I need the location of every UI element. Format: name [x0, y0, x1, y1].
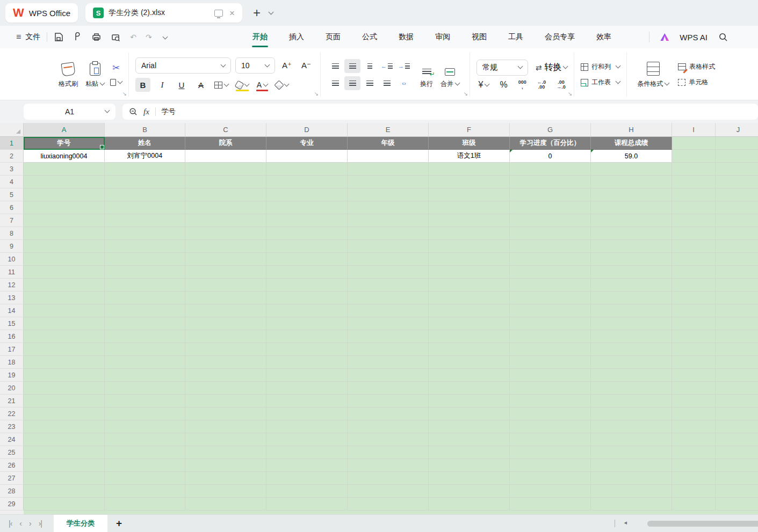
- cell-A14[interactable]: [24, 304, 105, 317]
- cell-F29[interactable]: [429, 498, 510, 511]
- cell-D4[interactable]: [266, 176, 348, 188]
- conditional-format-button[interactable]: 条件格式: [633, 60, 673, 90]
- cell-I12[interactable]: [672, 279, 716, 291]
- cell-G4[interactable]: [510, 176, 591, 188]
- row-header-15[interactable]: 15: [0, 317, 24, 330]
- cell-D16[interactable]: [266, 330, 348, 343]
- next-sheet-icon[interactable]: ›: [29, 519, 31, 528]
- cell-E28[interactable]: [348, 485, 429, 498]
- cell-J28[interactable]: [716, 485, 758, 498]
- cell-E12[interactable]: [348, 279, 429, 291]
- hamburger-menu-icon[interactable]: ≡: [16, 32, 21, 42]
- cell-J8[interactable]: [716, 227, 758, 240]
- cell-G18[interactable]: [510, 356, 591, 369]
- row-header-11[interactable]: 11: [0, 266, 24, 279]
- cell-B5[interactable]: [105, 188, 185, 201]
- cell-C27[interactable]: [185, 472, 266, 485]
- text-orientation-button[interactable]: ‹›: [396, 76, 412, 90]
- cell-C19[interactable]: [185, 369, 266, 382]
- column-header-I[interactable]: I: [672, 123, 716, 137]
- cell-E29[interactable]: [348, 498, 429, 511]
- group-expand-icon[interactable]: ↘: [314, 91, 319, 97]
- cell-I9[interactable]: [672, 240, 716, 253]
- column-header-C[interactable]: C: [185, 123, 266, 137]
- cell-E6[interactable]: [348, 201, 429, 214]
- column-header-G[interactable]: G: [510, 123, 591, 137]
- group-expand-icon[interactable]: ↘: [568, 91, 572, 97]
- cell-A10[interactable]: [24, 253, 105, 266]
- cell-J21[interactable]: [716, 395, 758, 407]
- row-header-5[interactable]: 5: [0, 188, 24, 201]
- cell-A2[interactable]: liuxiaoning0004: [24, 150, 105, 163]
- save-icon[interactable]: [54, 32, 63, 42]
- cell-F1[interactable]: 班级: [429, 137, 510, 150]
- cell-G23[interactable]: [510, 420, 591, 433]
- cell-J19[interactable]: [716, 369, 758, 382]
- cell-B11[interactable]: [105, 266, 185, 279]
- cell-H16[interactable]: [591, 330, 672, 343]
- row-header-29[interactable]: 29: [0, 498, 24, 511]
- cell-H28[interactable]: [591, 485, 672, 498]
- cell-B10[interactable]: [105, 253, 185, 266]
- cell-D20[interactable]: [266, 382, 348, 395]
- cell-D8[interactable]: [266, 227, 348, 240]
- cell-J11[interactable]: [716, 266, 758, 279]
- search-icon[interactable]: [718, 32, 728, 42]
- row-header-28[interactable]: 28: [0, 485, 24, 498]
- cell-C24[interactable]: [185, 433, 266, 446]
- cell-H12[interactable]: [591, 279, 672, 291]
- cell-D15[interactable]: [266, 317, 348, 330]
- cell-E25[interactable]: [348, 446, 429, 459]
- cell-G15[interactable]: [510, 317, 591, 330]
- cell-G14[interactable]: [510, 304, 591, 317]
- cell-J22[interactable]: [716, 407, 758, 420]
- row-header-9[interactable]: 9: [0, 240, 24, 253]
- cell-A18[interactable]: [24, 356, 105, 369]
- cell-I5[interactable]: [672, 188, 716, 201]
- cell-J27[interactable]: [716, 472, 758, 485]
- cell-J13[interactable]: [716, 291, 758, 304]
- cell-G3[interactable]: [510, 163, 591, 176]
- cell-B12[interactable]: [105, 279, 185, 291]
- cell-G8[interactable]: [510, 227, 591, 240]
- row-header-20[interactable]: 20: [0, 382, 24, 395]
- file-menu[interactable]: 文件: [25, 32, 40, 42]
- cell-C5[interactable]: [185, 188, 266, 201]
- cell-B8[interactable]: [105, 227, 185, 240]
- cell-E15[interactable]: [348, 317, 429, 330]
- cell-B1[interactable]: 姓名: [105, 137, 185, 150]
- cell-C2[interactable]: [185, 150, 266, 163]
- column-header-B[interactable]: B: [105, 123, 185, 137]
- font-size-select[interactable]: 10: [235, 57, 275, 74]
- cell-G1[interactable]: 学习进度（百分比）: [510, 137, 591, 150]
- cell-G6[interactable]: [510, 201, 591, 214]
- cell-A25[interactable]: [24, 446, 105, 459]
- cell-B24[interactable]: [105, 433, 185, 446]
- cell-B23[interactable]: [105, 420, 185, 433]
- cell-E14[interactable]: [348, 304, 429, 317]
- cell-D1[interactable]: 专业: [266, 137, 348, 150]
- cell-H7[interactable]: [591, 214, 672, 227]
- increase-font-button[interactable]: A⁺: [279, 59, 294, 72]
- cell-C29[interactable]: [185, 498, 266, 511]
- cell-G9[interactable]: [510, 240, 591, 253]
- italic-button[interactable]: I: [155, 78, 170, 92]
- cell-C12[interactable]: [185, 279, 266, 291]
- row-header-22[interactable]: 22: [0, 407, 24, 420]
- cell-A29[interactable]: [24, 498, 105, 511]
- cell-B28[interactable]: [105, 485, 185, 498]
- row-header-26[interactable]: 26: [0, 459, 24, 472]
- increase-indent-button[interactable]: →: [396, 59, 412, 73]
- cell-D9[interactable]: [266, 240, 348, 253]
- cell-G17[interactable]: [510, 343, 591, 356]
- cell-A6[interactable]: [24, 201, 105, 214]
- cell-C25[interactable]: [185, 446, 266, 459]
- thousands-separator-button[interactable]: 000,: [518, 80, 526, 90]
- cell-D11[interactable]: [266, 266, 348, 279]
- cell-J3[interactable]: [716, 163, 758, 176]
- undo-icon[interactable]: ↶: [130, 33, 136, 41]
- cell-I17[interactable]: [672, 343, 716, 356]
- cell-A5[interactable]: [24, 188, 105, 201]
- zoom-formula-icon[interactable]: [129, 107, 138, 116]
- cell-F21[interactable]: [429, 395, 510, 407]
